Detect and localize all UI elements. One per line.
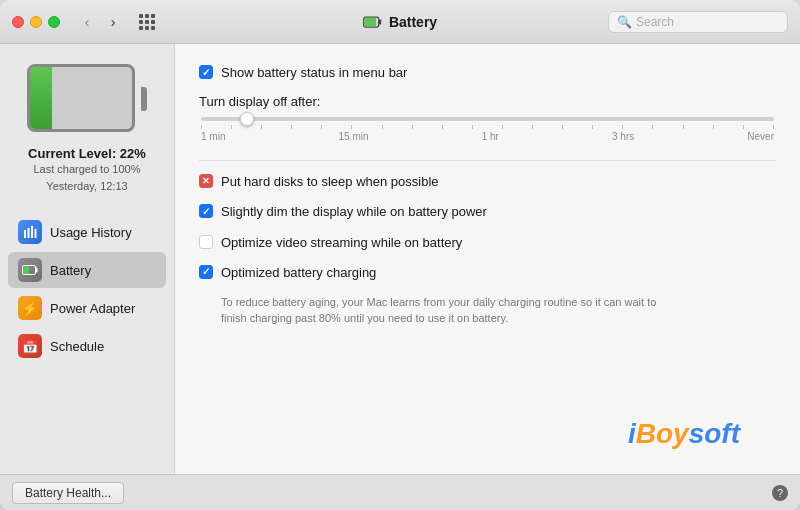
sidebar-item-schedule[interactable]: 📅 Schedule [8,328,166,364]
hard-disks-label: Put hard disks to sleep when possible [221,173,439,191]
svg-rect-1 [379,19,382,24]
svg-rect-5 [31,226,33,238]
battery-health-button[interactable]: Battery Health... [12,482,124,504]
main-layout: Current Level: 22% Last charged to 100% … [0,44,800,474]
show-battery-row: Show battery status in menu bar [199,64,776,82]
battery-terminal [141,87,147,111]
content-area: Show battery status in menu bar Turn dis… [175,44,800,474]
optimized-charging-label: Optimized battery charging [221,264,376,282]
slider-label-15min: 15 min [339,131,369,142]
video-streaming-row: Optimize video streaming while on batter… [199,234,776,252]
slider-track [201,117,774,121]
schedule-icon: 📅 [18,334,42,358]
optimized-charging-row: Optimized battery charging [199,264,776,282]
slider-ticks [201,125,774,129]
battery-info: Current Level: 22% Last charged to 100% … [28,146,146,194]
battery-level-text: Current Level: 22% [28,146,146,161]
search-bar[interactable]: 🔍 Search [608,11,788,33]
display-slider-label: Turn display off after: [199,94,776,109]
app-grid-button[interactable] [136,11,158,33]
svg-rect-9 [23,266,29,274]
titlebar: ‹ › Battery 🔍 Search [0,0,800,44]
slider-label-3hrs: 3 hrs [612,131,634,142]
power-adapter-label: Power Adapter [50,301,135,316]
hard-disks-checkbox[interactable] [199,174,213,188]
sidebar: Current Level: 22% Last charged to 100% … [0,44,175,474]
search-placeholder: Search [636,15,674,29]
hard-disks-row: Put hard disks to sleep when possible [199,173,776,191]
title-text: Battery [389,14,437,30]
slider-label-never: Never [747,131,774,142]
video-streaming-label: Optimize video streaming while on batter… [221,234,462,252]
sidebar-item-battery[interactable]: Battery [8,252,166,288]
svg-rect-4 [28,228,30,238]
dim-display-label: Slightly dim the display while on batter… [221,203,487,221]
window-title: Battery [363,12,437,32]
display-slider-section: Turn display off after: [199,94,776,142]
back-button[interactable]: ‹ [76,11,98,33]
bottom-bar: Battery Health... ? [0,474,800,510]
svg-rect-6 [35,229,37,238]
dim-display-row: Slightly dim the display while on batter… [199,203,776,221]
battery-fill [30,67,52,129]
battery-title-icon [363,12,383,32]
slider-labels: 1 min 15 min 1 hr 3 hrs Never [201,131,774,142]
optimized-charging-description: To reduce battery aging, your Mac learns… [221,294,671,327]
svg-rect-3 [24,230,26,238]
grid-icon [139,14,155,30]
show-battery-label: Show battery status in menu bar [221,64,407,82]
power-adapter-icon: ⚡ [18,296,42,320]
battery-label: Battery [50,263,91,278]
sidebar-nav: Usage History Battery ⚡ Power Adapter [0,214,174,366]
nav-arrows: ‹ › [76,11,124,33]
battery-date-text: Yesterday, 12:13 [28,178,146,195]
search-icon: 🔍 [617,15,632,29]
slider-label-1min: 1 min [201,131,225,142]
battery-body [27,64,135,132]
show-battery-checkbox[interactable] [199,65,213,79]
slider-thumb[interactable] [240,112,254,126]
slider-container[interactable]: 1 min 15 min 1 hr 3 hrs Never [199,117,776,142]
slider-label-1hr: 1 hr [482,131,499,142]
maximize-button[interactable] [48,16,60,28]
usage-history-label: Usage History [50,225,132,240]
divider-1 [199,160,776,161]
schedule-label: Schedule [50,339,104,354]
battery-sidebar-icon [18,258,42,282]
svg-rect-2 [365,17,377,25]
battery-health-label: Battery Health... [25,486,111,500]
lock-wrap: ? [772,485,788,501]
battery-charged-text: Last charged to 100% [28,161,146,178]
sidebar-item-usage-history[interactable]: Usage History [8,214,166,250]
svg-rect-8 [36,268,38,273]
optimized-charging-checkbox[interactable] [199,265,213,279]
battery-visual [27,64,147,134]
minimize-button[interactable] [30,16,42,28]
video-streaming-checkbox[interactable] [199,235,213,249]
traffic-lights [12,16,60,28]
dim-display-checkbox[interactable] [199,204,213,218]
close-button[interactable] [12,16,24,28]
sidebar-item-power-adapter[interactable]: ⚡ Power Adapter [8,290,166,326]
usage-history-icon [18,220,42,244]
forward-button[interactable]: › [102,11,124,33]
question-icon[interactable]: ? [772,485,788,501]
